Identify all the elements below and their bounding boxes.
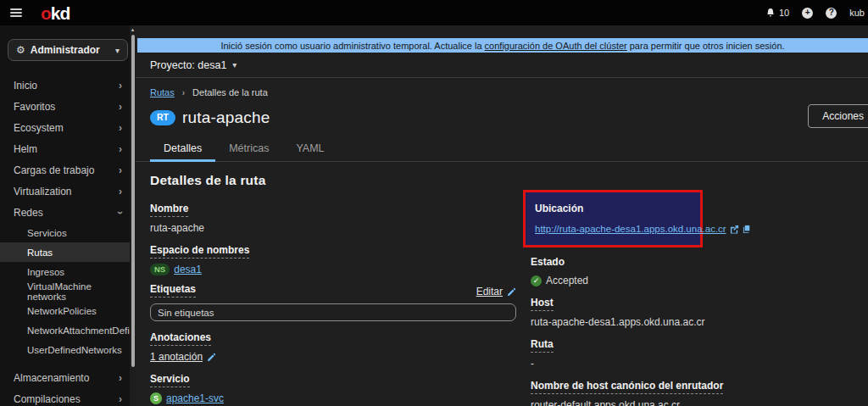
caret-down-icon: ▾ (232, 60, 236, 70)
page-title: ruta-apache (182, 108, 270, 127)
check-circle-icon: ✓ (531, 275, 542, 286)
okd-console: okd 10 + ? kub ⚙ Administrador ▾ Inicio›… (0, 0, 868, 406)
banner-text: Inició sesión como usuario administrativ… (220, 41, 481, 51)
sidebar-item-cargas-de-trabajo[interactable]: Cargas de trabajo› (0, 159, 136, 181)
anotaciones-label: Anotaciones (150, 331, 211, 346)
sidebar-item-virtualization[interactable]: Virtualization› (0, 181, 136, 202)
sidebar-item-networkattachmentdefinitions[interactable]: NetworkAttachmentDefinitions (0, 320, 136, 340)
sidebar-item-virtualmachine-networks[interactable]: VirtualMachine networks (0, 281, 136, 301)
oauth-config-link[interactable]: configuración de OAuth del clúster (485, 41, 627, 51)
labels-empty-box: Sin etiquetas (150, 303, 516, 321)
bell-icon (765, 8, 776, 19)
service-link[interactable]: apache1-svc (166, 392, 224, 404)
external-link-icon[interactable] (730, 225, 739, 234)
user-menu[interactable]: kub (849, 8, 865, 18)
breadcrumb: Rutas › Detalles de la ruta (136, 78, 868, 97)
breadcrumb-separator-icon: › (182, 88, 185, 97)
logo-o: o (41, 3, 51, 23)
field-host: Host ruta-apache-desa1.apps.okd.una.ac.c… (531, 294, 854, 328)
sidebar: ⚙ Administrador ▾ Inicio› Favoritos› Eco… (0, 25, 136, 406)
actions-button[interactable]: Acciones (808, 104, 868, 128)
details-right-column: Ubicación http://ruta-apache-desa1.apps.… (516, 190, 854, 406)
field-espacio-de-nombres: Espacio de nombres NS desa1 (150, 242, 516, 275)
ruta-value: - (531, 358, 854, 370)
field-anotaciones: Anotaciones 1 anotación (150, 329, 516, 363)
logo-kd: kd (51, 3, 70, 23)
sidebar-item-inicio[interactable]: Inicio› (0, 75, 136, 96)
sidebar-item-servicios[interactable]: Servicios (0, 223, 136, 242)
perspective-label: Administrador (31, 44, 100, 56)
field-etiquetas: Etiquetas Editar Sin etiquetas (150, 283, 516, 321)
field-estado: Estado ✓ Accepted (531, 253, 854, 286)
scroll-up-icon[interactable]: ▲ (130, 27, 136, 32)
add-icon[interactable]: + (802, 8, 813, 19)
service-badge: S (150, 392, 162, 404)
details-left-column: Nombre ruta-apache Espacio de nombres NS… (150, 190, 516, 406)
chevron-down-icon: › (114, 211, 126, 214)
chevron-right-icon: › (119, 372, 122, 384)
route-url-link[interactable]: http://ruta-apache-desa1.apps.okd.una.ac… (535, 224, 726, 234)
project-selector[interactable]: Proyecto: desa1 ▾ (136, 53, 868, 78)
sidebar-item-helm[interactable]: Helm› (0, 138, 136, 159)
nombre-value: ruta-apache (150, 222, 516, 234)
menu-toggle-icon[interactable] (10, 8, 22, 17)
canonical-label: Nombre de host canónico del enrutador (531, 380, 723, 394)
estado-label: Estado (531, 256, 565, 270)
gear-icon: ⚙ (16, 44, 25, 56)
breadcrumb-rutas-link[interactable]: Rutas (150, 87, 175, 97)
notifications-button[interactable]: 10 (765, 8, 789, 19)
sidebar-item-ecosystem[interactable]: Ecosystem› (0, 117, 136, 138)
tab-detalles[interactable]: Detalles (150, 136, 215, 161)
chevron-right-icon: › (119, 80, 122, 92)
pencil-icon[interactable] (207, 353, 216, 362)
chevron-right-icon: › (119, 143, 122, 155)
field-canonical-hostname: Nombre de host canónico del enrutador ro… (531, 377, 854, 406)
copy-icon[interactable] (743, 225, 752, 234)
pencil-icon (507, 287, 516, 297)
sidebar-item-networkpolicies[interactable]: NetworkPolicies (0, 301, 136, 320)
help-icon[interactable]: ? (826, 8, 837, 19)
field-ruta: Ruta - (531, 336, 854, 370)
masthead: okd 10 + ? kub (0, 0, 868, 25)
annotations-link[interactable]: 1 anotación (150, 351, 203, 363)
section-title: Detalles de la ruta (150, 173, 854, 188)
route-resource-badge: RT (150, 110, 175, 125)
ubicacion-highlight-box: Ubicación http://ruta-apache-desa1.apps.… (523, 190, 703, 247)
tab-metricas[interactable]: Métricas (215, 136, 282, 161)
details-grid: Nombre ruta-apache Espacio de nombres NS… (136, 190, 868, 406)
sidebar-item-almacenamiento[interactable]: Almacenamiento› (0, 367, 136, 388)
edit-labels-text: Editar (476, 286, 503, 298)
ruta-label: Ruta (531, 338, 554, 353)
notification-count: 10 (779, 8, 789, 18)
namespace-link[interactable]: desa1 (174, 264, 202, 275)
sidebar-item-redes[interactable]: Redes› (0, 202, 136, 223)
perspective-switcher[interactable]: ⚙ Administrador ▾ (8, 39, 128, 61)
sidebar-item-userdefinednetworks[interactable]: UserDefinedNetworks (0, 340, 136, 359)
sidebar-item-compilaciones[interactable]: Compilaciones› (0, 388, 136, 406)
tab-yaml[interactable]: YAML (282, 136, 337, 161)
sidebar-item-rutas[interactable]: Rutas (0, 242, 136, 262)
nombre-label: Nombre (150, 203, 188, 217)
sidebar-item-favoritos[interactable]: Favoritos› (0, 96, 136, 117)
chevron-right-icon: › (119, 164, 122, 176)
namespace-badge: NS (150, 264, 170, 275)
caret-down-icon: ▾ (115, 46, 120, 55)
sidebar-nav: Inicio› Favoritos› Ecosystem› Helm› Carg… (0, 75, 136, 406)
edit-labels-link[interactable]: Editar (476, 286, 516, 298)
canonical-value: router-default.apps.okd.una.ac.cr (531, 399, 854, 406)
sidebar-item-ingresos[interactable]: Ingresos (0, 262, 136, 281)
host-value: ruta-apache-desa1.apps.okd.una.ac.cr (531, 316, 854, 328)
banner-text-after: para permitir que otros inicien sesión. (630, 41, 785, 51)
okd-logo: okd (41, 4, 70, 22)
servicio-label: Servicio (150, 373, 190, 387)
chevron-right-icon: › (119, 186, 122, 197)
project-label: Proyecto: desa1 (150, 59, 226, 71)
details-section: Detalles de la ruta (136, 162, 868, 188)
host-label: Host (531, 297, 554, 311)
breadcrumb-current: Detalles de la ruta (192, 87, 268, 97)
sidebar-scrollbar[interactable]: ▲ (130, 25, 136, 406)
page-header: RT ruta-apache Acciones (136, 97, 868, 127)
chevron-right-icon: › (119, 101, 122, 113)
scrollbar-thumb[interactable] (131, 35, 135, 367)
field-servicio: Servicio S apache1-svc (150, 370, 516, 404)
